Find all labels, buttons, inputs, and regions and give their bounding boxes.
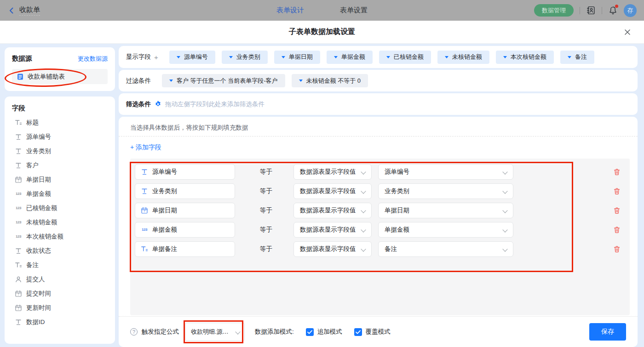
rule-source-select[interactable]: 数据源表显示字段值 (293, 203, 372, 218)
subform-data-load-modal: 子表单数据加载设置 数据源 更改数据源 收款单辅助表 字段 标题 (0, 21, 644, 347)
delete-row-icon[interactable] (613, 188, 621, 195)
field-list-item[interactable]: 7 更新时间 (12, 301, 108, 315)
rule-value-select[interactable]: 源单编号 (378, 164, 513, 180)
caret-down-icon (299, 80, 303, 82)
field-list-item[interactable]: 客户 (12, 158, 108, 172)
text-icon (15, 162, 22, 169)
field-list-item[interactable]: 数据ID (12, 315, 108, 329)
text-icon (15, 148, 22, 155)
contact-book-icon[interactable] (586, 6, 596, 15)
datasource-title: 数据源 (12, 54, 32, 63)
datasource-panel: 数据源 更改数据源 收款单辅助表 (5, 47, 115, 91)
add-display-field-button[interactable]: + (154, 53, 158, 61)
rule-target-field[interactable]: 123 单据金额 (135, 222, 235, 238)
delete-row-icon[interactable] (613, 226, 621, 233)
mode-checkboxes: 追加模式 覆盖模式 (294, 328, 391, 336)
change-datasource-link[interactable]: 更改数据源 (78, 55, 108, 63)
display-field-tag-1[interactable]: 业务类别 (222, 51, 268, 64)
display-fields-label: 显示字段 (126, 53, 151, 61)
formula-select[interactable]: 收款明细.源单... (185, 323, 245, 341)
date-icon: 7 (15, 176, 22, 183)
field-list-item[interactable]: 123 单据金额 (12, 187, 108, 201)
textarea-icon (15, 262, 22, 269)
display-field-tag-0[interactable]: 源单编号 (169, 51, 215, 64)
display-field-tag-5[interactable]: 未核销金额 (437, 51, 489, 64)
field-list-item[interactable]: 源单编号 (12, 130, 108, 144)
display-field-tag-4[interactable]: 已核销金额 (379, 51, 431, 64)
filter-condition-tag-0[interactable]: 客户 等于任意一个 当前表单字段-客户 (162, 74, 285, 87)
form-doc-icon (17, 73, 24, 80)
data-manage-button[interactable]: 数据管理 (534, 4, 574, 17)
notification-dot (615, 5, 618, 8)
checkbox-checked-icon[interactable] (306, 328, 314, 336)
checkbox-label[interactable]: 追加模式 (317, 328, 342, 336)
text-icon (15, 133, 22, 141)
filter-conditions-bar: 过滤条件 客户 等于任意一个 当前表单字段-客户 未核销金额 不等于 0 (119, 70, 638, 91)
field-list-item[interactable]: 收款状态 (12, 244, 108, 258)
fields-list: 标题 源单编号 业务类别 客户 7 单据日期 123 单据金额 123 已核销金… (12, 115, 108, 329)
rule-value-select[interactable]: 备注 (378, 241, 513, 257)
caret-down-icon (334, 56, 338, 58)
divider (580, 7, 580, 14)
field-list-item[interactable]: 提交人 (12, 272, 108, 286)
checkbox-checked-icon[interactable] (354, 328, 362, 336)
rule-row: 123 单据金额 等于 数据源表显示字段值 单据金额 (130, 222, 630, 238)
rules-hint: 当选择具体数据后，将按如下规则填充数据 (130, 124, 248, 132)
rule-source-select[interactable]: 数据源表显示字段值 (293, 241, 372, 257)
rule-source-select[interactable]: 数据源表显示字段值 (293, 222, 372, 238)
rule-source-select[interactable]: 数据源表显示字段值 (293, 183, 372, 199)
tab-form-design[interactable]: 表单设计 (276, 6, 304, 15)
filter-condition-tag-1[interactable]: 未核销金额 不等于 0 (292, 74, 368, 87)
field-list-item[interactable]: 7 单据日期 (12, 172, 108, 187)
display-field-tag-2[interactable]: 单据日期 (274, 51, 320, 64)
rule-operator: 等于 (260, 187, 276, 195)
caret-down-icon (568, 56, 571, 58)
display-field-tag-6[interactable]: 本次核销金额 (496, 51, 554, 64)
selected-datasource[interactable]: 收款单辅助表 (12, 69, 108, 84)
back-button[interactable]: 收款单 (0, 6, 40, 16)
text-icon (15, 319, 22, 326)
display-field-tag-3[interactable]: 单据金额 (327, 51, 373, 64)
delete-row-icon[interactable] (613, 168, 621, 176)
rule-value-select[interactable]: 单据金额 (378, 222, 513, 238)
rule-operator: 等于 (260, 168, 276, 176)
rule-target-field[interactable]: 源单编号 (135, 164, 235, 180)
field-list-item[interactable]: 123 未核销金额 (12, 215, 108, 229)
checkbox-label[interactable]: 覆盖模式 (366, 328, 391, 336)
delete-row-icon[interactable] (613, 245, 621, 253)
rule-value-select[interactable]: 单据日期 (378, 203, 513, 218)
fill-rules-panel: 当选择具体数据后，将按如下规则填充数据 + 添加字段 源单编号 等于 数据源表显… (119, 117, 638, 347)
field-list-item[interactable]: 业务类别 (12, 144, 108, 158)
field-list-item[interactable]: 123 本次核销金额 (12, 229, 108, 244)
save-button[interactable]: 保存 (589, 323, 626, 341)
rule-target-field[interactable]: 单据备注 (135, 241, 235, 257)
tab-form-settings[interactable]: 表单设置 (340, 6, 368, 15)
add-rule-field-button[interactable]: + 添加字段 (130, 143, 161, 152)
help-icon[interactable]: ? (130, 328, 138, 336)
svg-text:7: 7 (144, 210, 145, 213)
number-icon: 123 (141, 226, 148, 233)
rule-target-field[interactable]: 业务类别 (135, 183, 235, 199)
rule-value-select[interactable]: 业务类别 (378, 183, 513, 199)
close-icon[interactable] (623, 28, 632, 37)
avatar[interactable]: 存 (624, 4, 637, 17)
rule-target-field[interactable]: 7 单据日期 (135, 203, 235, 218)
display-field-tag-7[interactable]: 备注 (560, 51, 594, 64)
delete-row-icon[interactable] (613, 207, 621, 214)
filter-condition-tags: 客户 等于任意一个 当前表单字段-客户 未核销金额 不等于 0 (162, 74, 368, 87)
rule-source-select[interactable]: 数据源表显示字段值 (293, 164, 372, 180)
back-chevron-icon (7, 6, 16, 15)
field-list-item[interactable]: 备注 (12, 258, 108, 272)
fields-panel: 字段 标题 源单编号 业务类别 客户 7 单据日期 123 单据金额 123 已… (5, 97, 115, 344)
gear-icon[interactable] (155, 101, 161, 108)
topbar-actions: 数据管理 存 (534, 4, 644, 17)
caret-down-icon (386, 56, 390, 58)
field-list-item[interactable]: 标题 (12, 115, 108, 130)
caret-down-icon (177, 56, 180, 58)
field-list-item[interactable]: 7 提交时间 (12, 286, 108, 301)
caret-down-icon (169, 80, 173, 82)
text-icon (141, 168, 148, 176)
notification-bell-icon[interactable] (608, 6, 618, 15)
text-icon (141, 188, 148, 195)
field-list-item[interactable]: 123 已核销金额 (12, 201, 108, 215)
